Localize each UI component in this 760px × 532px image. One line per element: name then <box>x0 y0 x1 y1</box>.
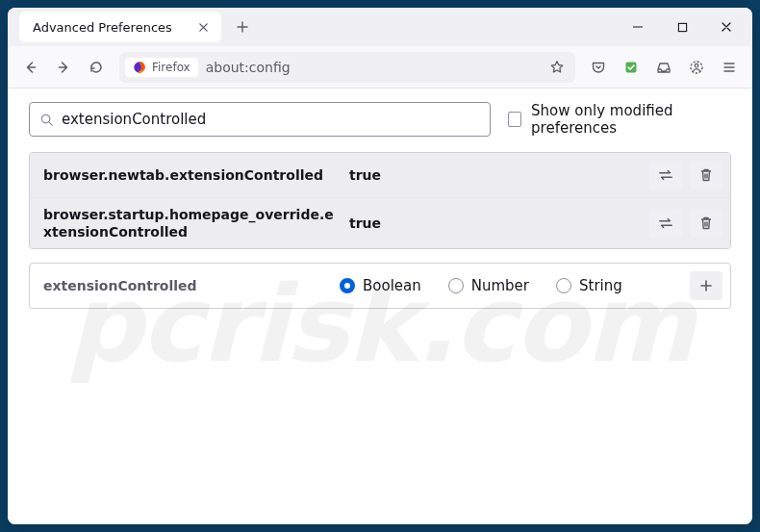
checkbox-icon <box>508 112 521 127</box>
toggle-button[interactable] <box>649 161 682 190</box>
tab-close-button[interactable] <box>194 18 212 36</box>
toggle-icon <box>657 168 674 182</box>
arrow-left-icon <box>23 60 38 75</box>
minimize-icon <box>632 21 644 33</box>
arrow-right-icon <box>56 60 71 75</box>
window-minimize-button[interactable] <box>616 9 660 45</box>
account-button[interactable] <box>681 52 712 83</box>
pref-name: browser.startup.homepage_override.extens… <box>43 206 342 241</box>
radio-icon <box>340 278 355 293</box>
reload-icon <box>89 60 104 75</box>
back-button[interactable] <box>15 52 46 83</box>
pref-name: browser.newtab.extensionControlled <box>43 166 342 184</box>
nav-toolbar: Firefox about:config <box>8 46 752 89</box>
pref-results-list: browser.newtab.extensionControlled true … <box>29 152 731 249</box>
hamburger-icon <box>722 60 737 75</box>
new-pref-row: extensionControlled Boolean Number Strin… <box>29 263 731 309</box>
window-close-button[interactable] <box>704 9 748 45</box>
pref-row[interactable]: browser.startup.homepage_override.extens… <box>30 197 730 248</box>
star-icon <box>549 60 565 75</box>
pref-row[interactable]: browser.newtab.extensionControlled true <box>30 153 730 197</box>
pocket-button[interactable] <box>583 52 614 83</box>
type-label: String <box>579 277 622 294</box>
tab-title: Advanced Preferences <box>33 20 185 35</box>
type-label: Boolean <box>363 277 421 294</box>
toggle-button[interactable] <box>649 209 682 238</box>
close-icon <box>721 21 732 33</box>
trash-icon <box>699 215 713 231</box>
titlebar: Advanced Preferences <box>8 8 752 46</box>
inbox-button[interactable] <box>648 52 679 83</box>
radio-icon <box>448 278 464 293</box>
type-radio-string[interactable]: String <box>556 277 622 294</box>
add-pref-button[interactable] <box>690 271 722 300</box>
url-text: about:config <box>206 60 537 75</box>
delete-button[interactable] <box>690 161 722 190</box>
browser-window: Advanced Preferences <box>8 8 752 524</box>
about-config-content: Show only modified preferences browser.n… <box>8 89 752 524</box>
new-pref-name: extensionControlled <box>43 278 332 293</box>
type-label: Number <box>471 277 529 294</box>
url-bar[interactable]: Firefox about:config <box>119 52 575 83</box>
maximize-icon <box>677 22 688 33</box>
delete-button[interactable] <box>690 209 722 238</box>
pocket-icon <box>591 60 606 75</box>
forward-button[interactable] <box>48 52 79 83</box>
new-pref-type-group: Boolean Number String <box>340 277 682 294</box>
bookmark-star-button[interactable] <box>545 52 570 83</box>
modified-only-checkbox[interactable]: Show only modified preferences <box>508 102 731 137</box>
new-tab-button[interactable] <box>229 13 256 40</box>
reload-button[interactable] <box>81 52 112 83</box>
close-icon <box>198 22 209 33</box>
svg-point-4 <box>695 63 698 67</box>
account-icon <box>689 60 704 75</box>
trash-icon <box>699 167 713 183</box>
modified-only-label: Show only modified preferences <box>531 102 731 137</box>
window-maximize-button[interactable] <box>660 9 704 45</box>
search-icon <box>39 113 54 127</box>
svg-rect-0 <box>678 23 686 31</box>
toggle-icon <box>657 216 674 230</box>
plus-icon <box>236 20 249 34</box>
type-radio-boolean[interactable]: Boolean <box>340 277 421 294</box>
radio-icon <box>556 278 571 293</box>
inbox-icon <box>656 60 671 75</box>
pref-search-box[interactable] <box>29 102 491 137</box>
extension-button[interactable] <box>616 52 646 83</box>
type-radio-number[interactable]: Number <box>448 277 529 294</box>
plus-icon <box>699 279 713 292</box>
app-menu-button[interactable] <box>714 52 745 83</box>
identity-box[interactable]: Firefox <box>125 58 198 77</box>
extension-icon <box>623 60 639 75</box>
identity-label: Firefox <box>152 61 190 74</box>
tab-advanced-preferences[interactable]: Advanced Preferences <box>19 12 221 42</box>
pref-value: true <box>349 215 642 231</box>
pref-search-input[interactable] <box>62 111 480 128</box>
pref-value: true <box>349 167 642 183</box>
firefox-icon <box>133 61 146 74</box>
